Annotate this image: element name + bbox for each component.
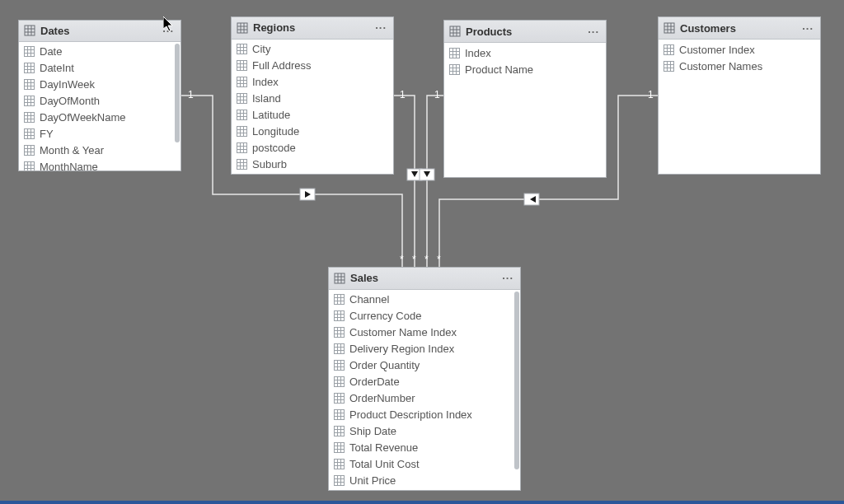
field-regions-1[interactable]: Full Address	[232, 58, 393, 74]
field-products-0[interactable]: Index	[444, 44, 606, 61]
field-products-1[interactable]: Product Name	[444, 61, 606, 77]
table-header-dates[interactable]: Dates ···	[19, 21, 181, 42]
svg-rect-183	[335, 460, 345, 469]
field-dates-2[interactable]: DayInWeek	[19, 77, 181, 93]
field-dates-4[interactable]: DayOfWeekName	[19, 110, 181, 126]
svg-rect-63	[237, 61, 247, 71]
column-icon	[24, 79, 35, 90]
field-sales-10[interactable]: Total Unit Cost	[329, 456, 520, 473]
field-label: Ship Date	[349, 425, 396, 437]
svg-rect-23	[25, 80, 35, 90]
field-list-regions: CityFull AddressIndexIslandLatitudeLongi…	[232, 40, 393, 174]
field-label: Island	[252, 92, 281, 105]
table-dates[interactable]: Dates ··· DateDateIntDayInWeekDayOfMonth…	[18, 20, 181, 171]
field-regions-4[interactable]: Latitude	[232, 107, 393, 124]
table-title: Products	[466, 26, 586, 38]
field-sales-6[interactable]: OrderNumber	[329, 390, 520, 407]
scrollbar[interactable]	[513, 290, 520, 490]
field-sales-3[interactable]: Delivery Region Index	[329, 341, 520, 357]
field-sales-8[interactable]: Ship Date	[329, 423, 520, 440]
field-sales-7[interactable]: Product Description Index	[329, 407, 520, 423]
field-label: Total Revenue	[349, 441, 418, 454]
svg-rect-118	[664, 44, 674, 54]
field-regions-7[interactable]: Suburb	[232, 156, 393, 173]
field-customers-1[interactable]: Customer Names	[659, 58, 820, 74]
field-list-customers: Customer IndexCustomer Names	[659, 40, 820, 174]
field-regions-0[interactable]: City	[232, 41, 393, 58]
table-header-products[interactable]: Products ···	[444, 21, 606, 43]
field-sales-4[interactable]: Order Quantity	[329, 357, 520, 374]
cardinality-one-regions: 1	[400, 89, 406, 100]
more-icon[interactable]: ···	[586, 26, 601, 38]
field-dates-7[interactable]: MonthName	[19, 159, 181, 170]
field-regions-6[interactable]: postcode	[232, 140, 393, 156]
field-regions-5[interactable]: Longitude	[232, 124, 393, 140]
field-list-products: IndexProduct Name	[444, 43, 606, 177]
field-label: FY	[40, 128, 54, 140]
svg-rect-188	[335, 476, 345, 486]
svg-marker-7	[530, 196, 536, 203]
field-dates-6[interactable]: Month & Year	[19, 142, 181, 159]
column-icon	[334, 343, 345, 354]
field-dates-1[interactable]: DateInt	[19, 60, 181, 77]
table-customers[interactable]: Customers ··· Customer IndexCustomer Nam…	[658, 16, 821, 175]
field-label: DayOfMonth	[40, 95, 100, 107]
svg-rect-178	[335, 443, 345, 453]
column-icon	[24, 96, 35, 106]
more-icon[interactable]: ···	[800, 22, 815, 35]
svg-rect-6	[524, 194, 539, 205]
field-regions-3[interactable]: Island	[232, 91, 393, 107]
table-title: Regions	[253, 21, 373, 34]
field-label: OrderNumber	[349, 392, 415, 404]
cardinality-many-products: *	[424, 254, 429, 265]
column-icon	[237, 77, 247, 87]
scrollbar[interactable]	[174, 42, 181, 170]
svg-rect-173	[335, 427, 345, 436]
field-sales-0[interactable]: Channel	[329, 292, 520, 308]
field-label: Customer Index	[679, 44, 755, 56]
field-label: Total Unit Cost	[349, 458, 420, 470]
table-title: Customers	[680, 22, 800, 35]
cardinality-one-products: 1	[434, 89, 440, 100]
field-sales-11[interactable]: Unit Price	[329, 473, 520, 489]
more-icon[interactable]: ···	[161, 25, 176, 37]
table-header-sales[interactable]: Sales ···	[329, 268, 520, 290]
column-icon	[334, 393, 345, 404]
field-sales-1[interactable]: Currency Code	[329, 308, 520, 324]
table-header-customers[interactable]: Customers ···	[659, 17, 820, 40]
table-regions[interactable]: Regions ··· CityFull AddressIndexIslandL…	[231, 16, 394, 175]
svg-rect-28	[25, 96, 35, 106]
field-sales-2[interactable]: Customer Name Index	[329, 324, 520, 341]
field-customers-0[interactable]: Customer Index	[659, 41, 820, 58]
field-label: Full Address	[252, 59, 312, 72]
svg-rect-168	[335, 410, 345, 420]
field-label: Customer Names	[679, 60, 762, 72]
svg-marker-5	[424, 171, 430, 177]
field-dates-3[interactable]: DayOfMonth	[19, 93, 181, 110]
more-icon[interactable]: ···	[373, 21, 388, 34]
field-list-dates: DateDateIntDayInWeekDayOfMonthDayOfWeekN…	[19, 42, 181, 170]
field-regions-2[interactable]: Index	[232, 74, 393, 91]
field-sales-5[interactable]: OrderDate	[329, 374, 520, 390]
field-dates-0[interactable]: Date	[19, 44, 181, 60]
table-header-regions[interactable]: Regions ···	[232, 17, 393, 40]
svg-rect-73	[237, 94, 247, 104]
column-icon	[24, 145, 35, 156]
field-label: Date	[40, 45, 62, 58]
column-icon	[334, 376, 345, 387]
field-dates-5[interactable]: FY	[19, 126, 181, 142]
field-label: postcode	[252, 142, 296, 154]
table-sales[interactable]: Sales ··· ChannelCurrency CodeCustomer N…	[328, 267, 521, 491]
field-sales-9[interactable]: Total Revenue	[329, 440, 520, 456]
more-icon[interactable]: ···	[500, 272, 515, 284]
cardinality-many-customers: *	[437, 254, 441, 265]
svg-rect-83	[237, 127, 247, 137]
svg-rect-33	[25, 113, 35, 123]
table-products[interactable]: Products ··· IndexProduct Name	[443, 20, 607, 178]
column-icon	[334, 409, 345, 420]
svg-rect-128	[335, 273, 345, 283]
column-icon	[237, 93, 247, 104]
table-title: Sales	[350, 272, 500, 284]
column-icon	[334, 426, 345, 436]
svg-marker-1	[305, 191, 311, 198]
